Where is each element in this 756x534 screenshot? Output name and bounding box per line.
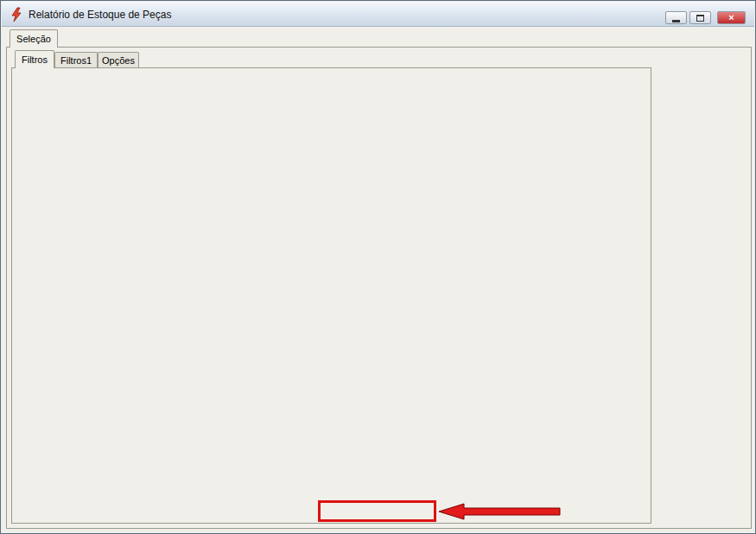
tab-selecao[interactable]: Seleção [10,29,58,48]
maximize-icon [696,15,704,22]
tab-opcoes[interactable]: Opções [98,52,139,67]
maximize-button[interactable] [689,11,711,24]
window-title: Relatório de Estoque de Peças [29,9,171,21]
minimize-icon [672,20,680,22]
annotation-highlight-box [318,500,436,522]
annotation-arrow-icon [438,502,561,521]
tab-filtros[interactable]: Filtros [15,50,54,68]
titlebar: Relatório de Estoque de Peças × [2,2,754,27]
window: Relatório de Estoque de Peças × Seleção … [0,0,756,534]
tab-filtros1[interactable]: Filtros1 [54,52,98,67]
window-controls: × [665,11,746,24]
close-icon: × [728,13,734,22]
minimize-button[interactable] [665,11,687,24]
app-lightning-icon [9,7,24,22]
filtros-tab-page [11,67,651,524]
close-button[interactable]: × [717,11,746,24]
